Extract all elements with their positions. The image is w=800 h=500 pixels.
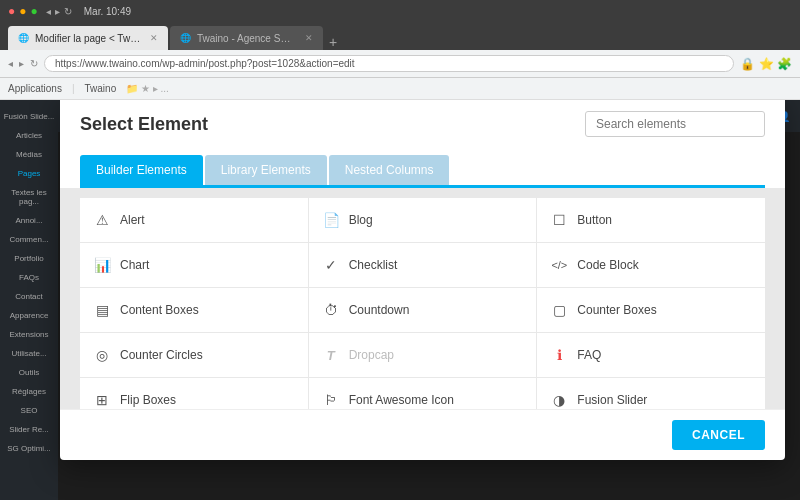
browser-tab-inactive[interactable]: 🌐 Twaino - Agence SEO | Cross... ✕ bbox=[170, 26, 323, 50]
element-button[interactable]: ☐ Button bbox=[537, 198, 765, 242]
search-input[interactable] bbox=[585, 111, 765, 137]
element-counter-boxes[interactable]: ▢ Counter Boxes bbox=[537, 288, 765, 332]
font-awesome-icon-icon: 🏳 bbox=[323, 392, 339, 408]
dialog-title: Select Element bbox=[80, 114, 208, 135]
element-fusion-slider[interactable]: ◑ Fusion Slider bbox=[537, 378, 765, 409]
inactive-tab-label: Twaino - Agence SEO | Cross... bbox=[197, 33, 297, 44]
sidebar-item-annoi[interactable]: Annoi... bbox=[2, 212, 56, 229]
sidebar-item-sg[interactable]: SG Optimi... bbox=[2, 440, 56, 457]
element-counter-circles[interactable]: ◎ Counter Circles bbox=[80, 333, 308, 377]
browser-time: Mar. 10:49 bbox=[84, 6, 131, 17]
counter-boxes-icon: ▢ bbox=[551, 302, 567, 318]
element-dropcap: T Dropcap bbox=[309, 333, 537, 377]
element-faq[interactable]: ℹ FAQ bbox=[537, 333, 765, 377]
sidebar-item-fusion[interactable]: Fusión Slide... bbox=[2, 108, 56, 125]
checklist-icon: ✓ bbox=[323, 257, 339, 273]
element-countdown-label: Countdown bbox=[349, 303, 410, 317]
sidebar-item-slider[interactable]: Slider Re... bbox=[2, 421, 56, 438]
dropcap-icon: T bbox=[323, 348, 339, 363]
dialog-header: Select Element bbox=[60, 95, 785, 137]
faq-icon: ℹ bbox=[551, 347, 567, 363]
code-block-icon: </> bbox=[551, 259, 567, 271]
browser-top-bar: ● ● ● ◂ ▸ ↻ Mar. 10:49 bbox=[0, 0, 800, 22]
blog-icon: 📄 bbox=[323, 212, 339, 228]
element-tabs: Builder Elements Library Elements Nested… bbox=[60, 145, 785, 185]
element-code-block-label: Code Block bbox=[577, 258, 638, 272]
element-alert[interactable]: ⚠ Alert bbox=[80, 198, 308, 242]
address-bar-row: ◂ ▸ ↻ https://www.twaino.com/wp-admin/po… bbox=[0, 50, 800, 78]
sidebar-item-comments[interactable]: Commen... bbox=[2, 231, 56, 248]
select-element-dialog: Select Element Builder Elements Library … bbox=[60, 95, 785, 460]
element-alert-label: Alert bbox=[120, 213, 145, 227]
element-faq-label: FAQ bbox=[577, 348, 601, 362]
element-button-label: Button bbox=[577, 213, 612, 227]
element-font-awesome-icon[interactable]: 🏳 Font Awesome Icon bbox=[309, 378, 537, 409]
element-content-boxes[interactable]: ▤ Content Boxes bbox=[80, 288, 308, 332]
fusion-slider-icon: ◑ bbox=[551, 392, 567, 408]
sidebar-item-apparence[interactable]: Apparence bbox=[2, 307, 56, 324]
alert-icon: ⚠ bbox=[94, 212, 110, 228]
flip-boxes-icon: ⊞ bbox=[94, 392, 110, 408]
button-icon: ☐ bbox=[551, 212, 567, 228]
element-checklist-label: Checklist bbox=[349, 258, 398, 272]
sidebar-item-pages[interactable]: Pages bbox=[2, 165, 56, 182]
countdown-icon: ⏱ bbox=[323, 302, 339, 318]
sidebar-item-extensions[interactable]: Extensions bbox=[2, 326, 56, 343]
sidebar-item-contact[interactable]: Contact bbox=[2, 288, 56, 305]
elements-grid: ⚠ Alert 📄 Blog ☐ Button 📊 Chart ✓ Checkl… bbox=[60, 188, 785, 409]
cancel-button[interactable]: CANCEL bbox=[672, 420, 765, 450]
element-counter-circles-label: Counter Circles bbox=[120, 348, 203, 362]
sidebar-item-outils[interactable]: Outils bbox=[2, 364, 56, 381]
sidebar-item-medias[interactable]: Médias bbox=[2, 146, 56, 163]
sidebar-item-reglages[interactable]: Réglages bbox=[2, 383, 56, 400]
content-boxes-icon: ▤ bbox=[94, 302, 110, 318]
element-code-block[interactable]: </> Code Block bbox=[537, 243, 765, 287]
element-checklist[interactable]: ✓ Checklist bbox=[309, 243, 537, 287]
element-chart-label: Chart bbox=[120, 258, 149, 272]
element-blog-label: Blog bbox=[349, 213, 373, 227]
new-tab-button[interactable]: + bbox=[329, 34, 337, 50]
extensions-area: 🔒 ⭐ 🧩 bbox=[740, 57, 792, 71]
nav-back[interactable]: ◂ bbox=[8, 58, 13, 69]
element-flip-boxes-label: Flip Boxes bbox=[120, 393, 176, 407]
element-counter-boxes-label: Counter Boxes bbox=[577, 303, 656, 317]
sidebar-item-users[interactable]: Utilisate... bbox=[2, 345, 56, 362]
sidebar-item-textes[interactable]: Textes les pag... bbox=[2, 184, 56, 210]
tab-library-elements[interactable]: Library Elements bbox=[205, 155, 327, 185]
browser-tab-strip: 🌐 Modifier la page < Twaino -... ✕ 🌐 Twa… bbox=[0, 22, 800, 50]
element-countdown[interactable]: ⏱ Countdown bbox=[309, 288, 537, 332]
counter-circles-icon: ◎ bbox=[94, 347, 110, 363]
tab-nested-columns[interactable]: Nested Columns bbox=[329, 155, 450, 185]
sidebar-item-faqs[interactable]: FAQs bbox=[2, 269, 56, 286]
nav-forward[interactable]: ▸ bbox=[19, 58, 24, 69]
element-blog[interactable]: 📄 Blog bbox=[309, 198, 537, 242]
element-flip-boxes[interactable]: ⊞ Flip Boxes bbox=[80, 378, 308, 409]
element-font-awesome-label: Font Awesome Icon bbox=[349, 393, 454, 407]
nav-refresh[interactable]: ↻ bbox=[30, 58, 38, 69]
wp-sidebar: Fusión Slide... Articles Médias Pages Te… bbox=[0, 100, 58, 500]
active-tab-label: Modifier la page < Twaino -... bbox=[35, 33, 142, 44]
sidebar-item-articles[interactable]: Articles bbox=[2, 127, 56, 144]
address-input[interactable]: https://www.twaino.com/wp-admin/post.php… bbox=[44, 55, 734, 72]
browser-tab-active[interactable]: 🌐 Modifier la page < Twaino -... ✕ bbox=[8, 26, 168, 50]
bookmarks-bar: Applications | Twaino 📁 ★ ▸ ... bbox=[0, 78, 800, 100]
url-text: https://www.twaino.com/wp-admin/post.php… bbox=[55, 58, 355, 69]
chart-icon: 📊 bbox=[94, 257, 110, 273]
element-content-boxes-label: Content Boxes bbox=[120, 303, 199, 317]
tab-builder-elements[interactable]: Builder Elements bbox=[80, 155, 203, 185]
bookmark-applications[interactable]: Applications bbox=[8, 83, 62, 94]
element-chart[interactable]: 📊 Chart bbox=[80, 243, 308, 287]
sidebar-item-seo[interactable]: SEO bbox=[2, 402, 56, 419]
element-dropcap-label: Dropcap bbox=[349, 348, 394, 362]
sidebar-item-portfolio[interactable]: Portfolio bbox=[2, 250, 56, 267]
bookmark-twaino[interactable]: Twaino bbox=[85, 83, 117, 94]
dialog-footer: CANCEL bbox=[60, 409, 785, 460]
element-fusion-slider-label: Fusion Slider bbox=[577, 393, 647, 407]
